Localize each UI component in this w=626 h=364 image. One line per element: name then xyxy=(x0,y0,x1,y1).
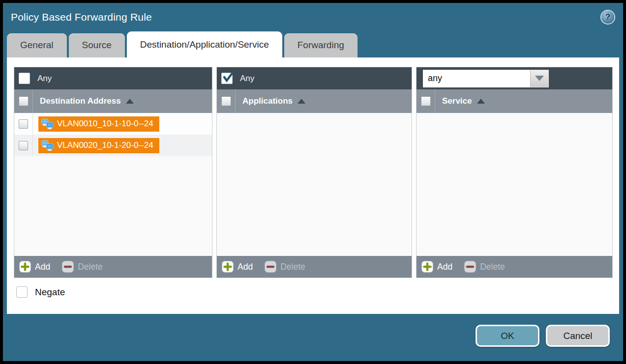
applications-select-all-checkbox[interactable] xyxy=(221,96,231,106)
applications-toolbar: Add Delete xyxy=(217,256,412,278)
destination-any-checkbox[interactable] xyxy=(19,73,30,84)
service-list xyxy=(417,113,612,256)
sort-asc-icon xyxy=(298,99,305,104)
network-address-icon xyxy=(41,140,54,151)
address-object-chip[interactable]: VLAN0020_10-1-20-0--24 xyxy=(38,138,159,153)
add-button[interactable]: Add xyxy=(421,261,452,273)
titlebar: Policy Based Forwarding Rule ? xyxy=(3,3,623,31)
add-icon xyxy=(421,261,433,273)
delete-button[interactable]: Delete xyxy=(265,261,305,273)
delete-button[interactable]: Delete xyxy=(62,261,103,273)
tab-bar: General Source Destination/Application/S… xyxy=(3,31,623,57)
add-button[interactable]: Add xyxy=(19,261,50,273)
dialog-footer: OK Cancel xyxy=(3,325,623,347)
service-select-all-checkbox[interactable] xyxy=(421,96,431,106)
tab-content: Any Destination Address xyxy=(7,57,619,314)
service-dropdown-bar: any xyxy=(417,67,612,89)
applications-header-label[interactable]: Applications xyxy=(236,96,305,106)
add-icon xyxy=(19,261,31,273)
network-address-icon xyxy=(41,118,54,130)
tab-source[interactable]: Source xyxy=(69,33,125,57)
policy-based-forwarding-dialog: Policy Based Forwarding Rule ? General S… xyxy=(0,0,626,364)
applications-any-bar: Any xyxy=(217,67,412,89)
negate-checkbox[interactable] xyxy=(16,286,28,298)
tab-general[interactable]: General xyxy=(7,33,67,57)
service-dropdown[interactable]: any xyxy=(423,70,549,87)
destination-address-panel: Any Destination Address xyxy=(14,67,212,278)
applications-column-header: Applications xyxy=(217,89,412,113)
service-dropdown-value[interactable]: any xyxy=(423,70,530,87)
destination-list: VLAN0010_10-1-10-0--24 xyxy=(14,113,212,256)
tab-destination-application-service[interactable]: Destination/Application/Service xyxy=(127,31,282,57)
cancel-button[interactable]: Cancel xyxy=(546,325,610,347)
destination-any-bar: Any xyxy=(14,67,212,89)
destination-select-all-checkbox[interactable] xyxy=(19,96,29,106)
help-icon[interactable]: ? xyxy=(601,11,614,24)
sort-asc-icon xyxy=(477,99,485,104)
applications-list xyxy=(217,113,412,256)
delete-icon xyxy=(62,261,74,273)
service-column-header: Service xyxy=(417,89,612,113)
destination-column-header: Destination Address xyxy=(14,89,212,113)
service-panel: any Service xyxy=(416,67,613,278)
destination-toolbar: Add Delete xyxy=(14,256,212,278)
destination-header-label[interactable]: Destination Address xyxy=(33,96,134,106)
add-button[interactable]: Add xyxy=(222,261,253,273)
sort-asc-icon xyxy=(126,99,134,104)
service-dropdown-button[interactable] xyxy=(530,70,549,87)
applications-any-checkbox[interactable] xyxy=(221,73,233,84)
delete-icon xyxy=(265,261,276,273)
ok-button[interactable]: OK xyxy=(476,325,539,347)
address-object-chip[interactable]: VLAN0010_10-1-10-0--24 xyxy=(38,116,159,132)
service-toolbar: Add Delete xyxy=(417,256,612,278)
applications-panel: Any Applications A xyxy=(216,67,412,278)
destination-any-label: Any xyxy=(37,74,52,84)
negate-row: Negate xyxy=(16,286,619,298)
row-checkbox[interactable] xyxy=(19,141,28,150)
dialog-title: Policy Based Forwarding Rule xyxy=(11,11,152,23)
row-checkbox[interactable] xyxy=(19,119,28,129)
tab-forwarding[interactable]: Forwarding xyxy=(284,33,358,57)
table-row[interactable]: VLAN0010_10-1-10-0--24 xyxy=(14,113,212,135)
delete-icon xyxy=(464,261,476,273)
negate-label: Negate xyxy=(35,287,65,298)
applications-any-label: Any xyxy=(240,74,254,84)
table-row[interactable]: VLAN0020_10-1-20-0--24 xyxy=(14,135,212,156)
service-header-label[interactable]: Service xyxy=(435,96,485,106)
add-icon xyxy=(222,261,234,273)
chevron-down-icon xyxy=(535,76,544,81)
delete-button[interactable]: Delete xyxy=(464,261,505,273)
